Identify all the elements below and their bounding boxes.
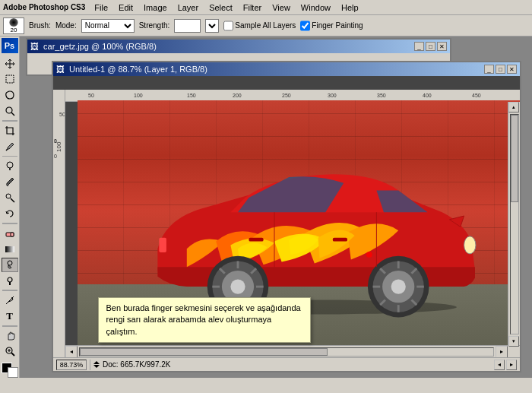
svg-rect-58 <box>333 237 347 241</box>
svg-text:300: 300 <box>328 93 337 98</box>
menu-help[interactable]: Help <box>337 2 363 13</box>
tool-move[interactable] <box>2 56 18 71</box>
scroll-up-btn[interactable]: ▴ <box>508 102 519 113</box>
tool-dodge[interactable] <box>2 273 18 288</box>
scrollbar-horizontal[interactable]: ◂ ▸ <box>65 345 520 357</box>
tool-history-brush[interactable] <box>2 206 18 221</box>
menu-image[interactable]: Image <box>139 2 172 13</box>
tool-separator-1 <box>2 120 17 122</box>
scroll-right-btn[interactable]: ▸ <box>496 346 508 358</box>
canvas-area: 🖼 car_getz.jpg @ 100% (RGB/8) _ □ ✕ 🖼 Un… <box>20 36 532 378</box>
menu-filter[interactable]: Filter <box>239 2 266 13</box>
tool-eraser[interactable] <box>2 226 18 241</box>
svg-rect-0 <box>6 75 14 83</box>
svg-line-3 <box>6 149 8 151</box>
mode-select[interactable]: Normal Multiply Screen <box>81 19 135 33</box>
bg-window-restore[interactable]: □ <box>426 42 435 51</box>
tool-zoom[interactable] <box>2 344 18 359</box>
strength-select[interactable] <box>205 19 219 33</box>
svg-text:250: 250 <box>282 93 291 98</box>
ruler-marker: 100 <box>55 141 62 151</box>
tool-lasso[interactable] <box>2 87 18 103</box>
progress-arrows[interactable] <box>93 361 100 368</box>
fg-window-restore[interactable]: □ <box>496 65 505 74</box>
svg-point-35 <box>230 279 245 293</box>
menu-edit[interactable]: Edit <box>114 2 138 13</box>
color-swatches[interactable] <box>2 363 18 378</box>
menu-select[interactable]: Select <box>204 2 237 13</box>
scroll-down-btn[interactable]: ▾ <box>508 336 519 347</box>
tool-marquee[interactable] <box>2 72 18 87</box>
strength-input[interactable]: 80% <box>174 19 201 33</box>
fg-window-close[interactable]: ✕ <box>507 65 517 74</box>
nav-controls: ◂ ▸ <box>494 360 517 370</box>
menu-view[interactable]: View <box>268 2 295 13</box>
brush-preview-button[interactable]: 20 <box>3 17 24 34</box>
tool-text[interactable]: T <box>2 309 18 324</box>
menu-window[interactable]: Window <box>296 2 335 13</box>
svg-rect-8 <box>11 233 14 236</box>
tool-gradient[interactable] <box>2 242 18 257</box>
scroll-thumb-h[interactable] <box>80 348 328 356</box>
scroll-thumb-v[interactable] <box>511 115 518 202</box>
menu-layer[interactable]: Layer <box>173 2 204 13</box>
svg-text:150: 150 <box>187 93 196 98</box>
toolbox: Ps <box>0 36 20 378</box>
finger-painting-label: Finger Painting <box>312 21 363 30</box>
background-color[interactable] <box>8 367 18 378</box>
scroll-left-btn[interactable]: ◂ <box>65 346 78 358</box>
mode-label: Mode: <box>55 21 77 30</box>
svg-text:400: 400 <box>423 93 432 98</box>
svg-point-10 <box>8 261 12 265</box>
svg-text:350: 350 <box>377 93 386 98</box>
tool-hand[interactable] <box>2 328 18 344</box>
tooltip: Ben burada finger sekmesini seçerek ve a… <box>98 297 311 343</box>
strength-label: Strength: <box>139 21 170 30</box>
scrollbar-vertical[interactable]: ▴ ▾ <box>508 102 520 345</box>
menu-bar: Adobe Photoshop CS3 File Edit Image Laye… <box>0 0 532 15</box>
fg-window-title: 🖼 Untitled-1 @ 88.7% (Layer 1, RGB/8) <box>56 65 207 74</box>
bg-window-close[interactable]: ✕ <box>437 42 447 51</box>
svg-line-2 <box>11 113 14 116</box>
svg-point-56 <box>464 236 476 253</box>
bg-window-title: 🖼 car_getz.jpg @ 100% (RGB/8) <box>30 42 157 51</box>
fg-window-titlebar: 🖼 Untitled-1 @ 88.7% (Layer 1, RGB/8) _ … <box>53 62 520 76</box>
tool-quick-select[interactable] <box>2 103 18 119</box>
tool-smudge[interactable] <box>2 258 18 273</box>
tool-crop[interactable] <box>2 123 18 138</box>
image-canvas: 50 100 150 200 250 300 350 400 450 50 <box>53 76 520 371</box>
fg-window-controls: _ □ ✕ <box>484 65 517 74</box>
brush-size-label: 20 <box>11 27 17 33</box>
finger-painting-checkbox[interactable] <box>300 19 310 33</box>
tool-spot-heal[interactable] <box>2 158 18 173</box>
fg-window-minimize[interactable]: _ <box>484 65 494 74</box>
options-bar: 20 Brush: Mode: Normal Multiply Screen S… <box>0 15 532 36</box>
brush-circle-icon <box>9 18 18 27</box>
tool-separator-4 <box>2 290 17 291</box>
progress-down-arrow[interactable] <box>93 365 100 368</box>
brush-label: Brush: <box>29 21 51 30</box>
svg-text:100: 100 <box>134 93 143 98</box>
canvas-scroll-right[interactable]: ▸ <box>506 360 517 370</box>
svg-rect-9 <box>5 246 14 252</box>
menu-file[interactable]: File <box>90 2 112 13</box>
doc-info: Doc: 665.7K/997.2K <box>103 360 171 369</box>
progress-up-arrow[interactable] <box>93 361 100 364</box>
tool-clone-stamp[interactable] <box>2 190 18 205</box>
tooltip-text: Ben burada finger sekmesini seçerek ve a… <box>106 303 301 336</box>
text-icon: T <box>6 310 13 322</box>
bg-window-minimize[interactable]: _ <box>414 42 424 51</box>
svg-point-11 <box>8 277 12 282</box>
tool-pen[interactable] <box>2 293 18 308</box>
car-scene: Ben burada finger sekmesini seçerek ve a… <box>78 100 520 356</box>
workspace: Ps <box>0 36 532 378</box>
svg-point-60 <box>366 252 372 258</box>
tool-eyedropper[interactable] <box>2 139 18 154</box>
sample-all-label: Sample All Layers <box>235 21 296 30</box>
zoom-level[interactable]: 88.73% <box>56 360 87 370</box>
svg-point-47 <box>391 279 406 293</box>
sample-all-checkbox[interactable] <box>223 19 233 33</box>
tool-brush[interactable] <box>2 174 18 189</box>
canvas-scroll-left[interactable]: ◂ <box>494 360 505 370</box>
status-divider-1 <box>90 360 90 370</box>
